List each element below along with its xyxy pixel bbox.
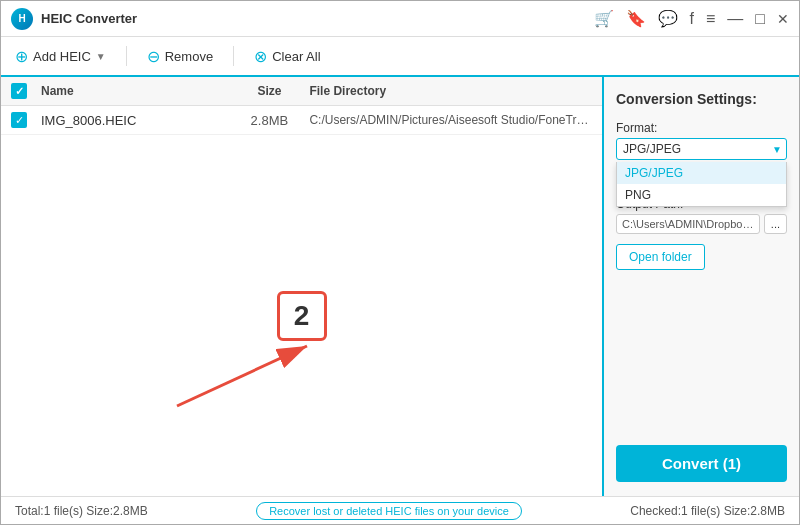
header-directory-col: File Directory — [309, 84, 592, 98]
output-path-row: C:\Users\ADMIN\Dropbox\PC\... ... — [616, 214, 787, 234]
recover-link[interactable]: Recover lost or deleted HEIC files on yo… — [256, 502, 522, 520]
toolbar-separator-2 — [233, 46, 234, 66]
right-panel: Conversion Settings: Format: JPG/JPEG PN… — [604, 77, 799, 496]
title-bar-controls: 🛒 🔖 💬 f ≡ — □ ✕ — [594, 9, 789, 28]
add-icon: ⊕ — [15, 47, 28, 66]
toolbar: ⊕ Add HEIC ▼ ⊖ Remove ⊗ Clear All — [1, 37, 799, 77]
toolbar-separator-1 — [126, 46, 127, 66]
row-check-col[interactable]: ✓ — [11, 112, 41, 128]
panel-title: Conversion Settings: — [616, 91, 787, 107]
app-logo: H — [11, 8, 33, 30]
format-label: Format: — [616, 121, 787, 135]
header-check-col: ✓ — [11, 83, 41, 99]
convert-button[interactable]: Convert (1) — [616, 445, 787, 482]
total-status: Total:1 file(s) Size:2.8MB — [15, 504, 148, 518]
annotation-area: 2 — [1, 135, 602, 496]
checked-status: Checked:1 file(s) Size:2.8MB — [630, 504, 785, 518]
annotation-arrow — [167, 336, 327, 416]
step-number-badge: 2 — [277, 291, 327, 341]
table-row: ✓ IMG_8006.HEIC 2.8MB C:/Users/ADMIN/Pic… — [1, 106, 602, 135]
clear-icon: ⊗ — [254, 47, 267, 66]
output-path-value: C:\Users\ADMIN\Dropbox\PC\... — [616, 214, 760, 234]
format-select[interactable]: JPG/JPEG PNG — [616, 138, 787, 160]
logo-text: H — [18, 13, 25, 24]
add-heic-button[interactable]: ⊕ Add HEIC ▼ — [15, 47, 106, 66]
row-name: IMG_8006.HEIC — [41, 113, 229, 128]
close-icon[interactable]: ✕ — [777, 11, 789, 27]
add-chevron-icon: ▼ — [96, 51, 106, 62]
minimize-icon[interactable]: — — [727, 10, 743, 28]
step-number: 2 — [294, 300, 310, 332]
facebook-icon[interactable]: f — [690, 10, 694, 28]
format-select-wrapper: JPG/JPEG PNG ▼ JPG/JPEG PNG — [616, 138, 787, 160]
menu-icon[interactable]: ≡ — [706, 10, 715, 28]
remove-icon: ⊖ — [147, 47, 160, 66]
format-section: Format: JPG/JPEG PNG ▼ JPG/JPEG PNG — [616, 121, 787, 162]
table-header: ✓ Name Size File Directory — [1, 77, 602, 106]
remove-button[interactable]: ⊖ Remove — [147, 47, 213, 66]
clear-all-button[interactable]: ⊗ Clear All — [254, 47, 320, 66]
browse-button[interactable]: ... — [764, 214, 787, 234]
open-folder-button[interactable]: Open folder — [616, 244, 705, 270]
remove-label: Remove — [165, 49, 213, 64]
status-bar: Total:1 file(s) Size:2.8MB Recover lost … — [1, 496, 799, 524]
format-row: JPG/JPEG PNG ▼ JPG/JPEG PNG — [616, 138, 787, 160]
main-area: ✓ Name Size File Directory ✓ IMG_8006.HE… — [1, 77, 799, 496]
bookmark-icon[interactable]: 🔖 — [626, 9, 646, 28]
header-size-col: Size — [229, 84, 309, 98]
chat-icon[interactable]: 💬 — [658, 9, 678, 28]
row-size: 2.8MB — [229, 113, 309, 128]
cart-icon[interactable]: 🛒 — [594, 9, 614, 28]
dropdown-item-png[interactable]: PNG — [617, 184, 786, 206]
select-all-checkbox[interactable]: ✓ — [11, 83, 27, 99]
app-title: HEIC Converter — [41, 11, 594, 26]
header-name-col: Name — [41, 84, 229, 98]
row-checkbox[interactable]: ✓ — [11, 112, 27, 128]
file-panel: ✓ Name Size File Directory ✓ IMG_8006.HE… — [1, 77, 604, 496]
maximize-icon[interactable]: □ — [755, 10, 765, 28]
row-directory: C:/Users/ADMIN/Pictures/Aiseesoft Studio… — [309, 113, 592, 127]
dropdown-item-jpg[interactable]: JPG/JPEG — [617, 162, 786, 184]
clear-all-label: Clear All — [272, 49, 320, 64]
title-bar: H HEIC Converter 🛒 🔖 💬 f ≡ — □ ✕ — [1, 1, 799, 37]
add-heic-label: Add HEIC — [33, 49, 91, 64]
format-dropdown[interactable]: JPG/JPEG PNG — [616, 162, 787, 207]
svg-line-1 — [177, 346, 307, 406]
